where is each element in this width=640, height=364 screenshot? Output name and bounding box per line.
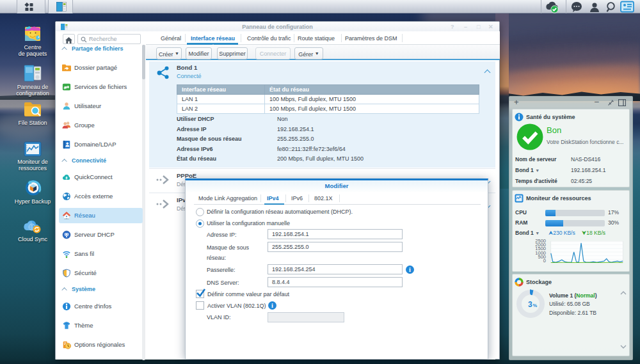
svg-text:3: 3: [528, 300, 532, 309]
svg-text:%: %: [533, 303, 538, 308]
